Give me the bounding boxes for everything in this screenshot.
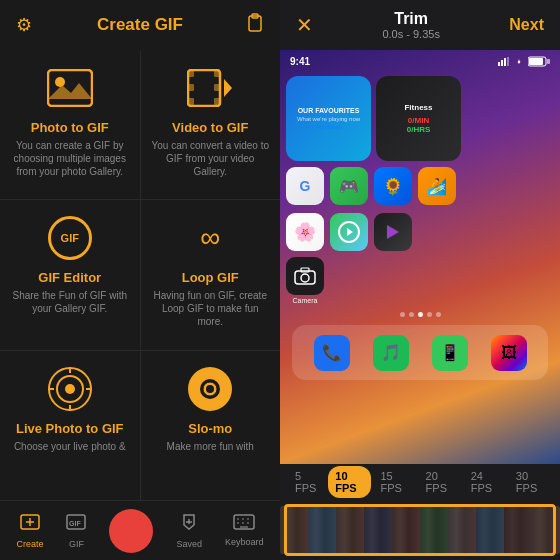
dot-2 xyxy=(409,312,414,317)
svg-rect-2 xyxy=(48,70,92,106)
right-header: ✕ Trim 0.0s - 9.35s Next xyxy=(280,0,560,50)
loop-gif-icon: ∞ xyxy=(186,214,234,262)
photo-to-gif-icon xyxy=(46,64,94,112)
photo-to-gif-desc: You can create a GIF by choosing multipl… xyxy=(10,139,130,178)
live-photo-icon xyxy=(46,365,94,413)
video-to-gif-desc: You can convert a video to GIF from your… xyxy=(151,139,271,178)
live-photo-title: Live Photo to GIF xyxy=(16,421,124,436)
loop-gif-desc: Having fun on GIF, create Loop GIF to ma… xyxy=(151,289,271,328)
app-row-3: 🌸 xyxy=(286,211,554,253)
status-icons xyxy=(498,56,550,67)
fps-selector: 5 FPS 10 FPS 15 FPS 20 FPS 24 FPS 30 FPS xyxy=(280,464,560,500)
gif-editor-item[interactable]: GIF GIF Editor Share the Fun of GIF with… xyxy=(0,200,140,349)
svg-rect-10 xyxy=(214,84,220,91)
slo-mo-title: Slo-mo xyxy=(188,421,232,436)
slo-mo-desc: Make more fun with xyxy=(167,440,254,453)
gif-label: GIF xyxy=(69,539,84,549)
gif-editor-title: GIF Editor xyxy=(38,270,101,285)
svg-rect-39 xyxy=(501,60,503,66)
trim-subtitle: 0.0s - 9.35s xyxy=(382,28,439,40)
svg-rect-7 xyxy=(188,84,194,91)
imovie-icon xyxy=(374,213,412,251)
nav-gif[interactable]: GIF GIF xyxy=(66,512,86,549)
video-to-gif-title: Video to GIF xyxy=(172,120,248,135)
phone-preview: 9:41 OUR FAVOURITES What we're playing n… xyxy=(280,50,560,464)
nav-keyboard[interactable]: Keyboard xyxy=(225,514,264,547)
svg-rect-6 xyxy=(188,70,194,77)
camera-app: Camera xyxy=(286,257,324,304)
pvz-icon: 🌻 xyxy=(374,167,412,205)
create-label: Create xyxy=(16,539,43,549)
next-button[interactable]: Next xyxy=(509,16,544,34)
svg-text:GIF: GIF xyxy=(69,520,81,527)
svg-rect-38 xyxy=(498,62,500,66)
ios-status-bar: 9:41 xyxy=(280,50,560,72)
dock-icon-1: 📞 xyxy=(314,335,350,371)
svg-point-15 xyxy=(65,384,75,394)
keyboard-label: Keyboard xyxy=(225,537,264,547)
svg-rect-8 xyxy=(188,98,194,105)
nav-create[interactable]: Create xyxy=(16,512,43,549)
gif-editor-desc: Share the Fun of GIF with your Gallery G… xyxy=(10,289,130,315)
left-panel: ⚙ Create GIF Photo to GIF You can create… xyxy=(0,0,280,560)
svg-marker-48 xyxy=(387,225,399,239)
feature-grid: Photo to GIF You can create a GIF by cho… xyxy=(0,50,280,500)
svg-rect-45 xyxy=(547,59,550,64)
gif-nav-icon: GIF xyxy=(66,512,86,537)
svg-rect-44 xyxy=(529,58,543,65)
svg-rect-11 xyxy=(214,98,220,105)
fps-24[interactable]: 24 FPS xyxy=(464,466,507,498)
bottom-nav: Create GIF GIF Saved xyxy=(0,500,280,560)
svg-rect-9 xyxy=(214,70,220,77)
svg-rect-40 xyxy=(504,58,506,66)
fps-10[interactable]: 10 FPS xyxy=(328,466,371,498)
slo-mo-icon xyxy=(186,365,234,413)
fps-5[interactable]: 5 FPS xyxy=(288,466,326,498)
loop-gif-item[interactable]: ∞ Loop GIF Having fun on GIF, create Loo… xyxy=(141,200,281,349)
loop-gif-title: Loop GIF xyxy=(182,270,239,285)
subway-surf-icon: 🏄 xyxy=(418,167,456,205)
trim-title: Trim xyxy=(382,10,439,28)
status-time: 9:41 xyxy=(290,56,310,67)
saved-icon xyxy=(179,512,199,537)
live-photo-item[interactable]: Live Photo to GIF Choose your live photo… xyxy=(0,351,140,500)
timeline[interactable] xyxy=(280,500,560,560)
svg-point-50 xyxy=(301,274,309,282)
video-to-gif-item[interactable]: Video to GIF You can convert a video to … xyxy=(141,50,281,199)
dot-3 xyxy=(418,312,423,317)
fps-30[interactable]: 30 FPS xyxy=(509,466,552,498)
nav-saved[interactable]: Saved xyxy=(176,512,202,549)
left-header: ⚙ Create GIF xyxy=(0,0,280,50)
photo-to-gif-item[interactable]: Photo to GIF You can create a GIF by cho… xyxy=(0,50,140,199)
dot-4 xyxy=(427,312,432,317)
dock-icon-3: 📱 xyxy=(432,335,468,371)
saved-label: Saved xyxy=(176,539,202,549)
svg-point-3 xyxy=(55,77,65,87)
svg-marker-47 xyxy=(347,228,353,236)
fps-20[interactable]: 20 FPS xyxy=(419,466,462,498)
video-to-gif-icon xyxy=(186,64,234,112)
create-gif-title: Create GIF xyxy=(97,15,183,35)
right-panel: ✕ Trim 0.0s - 9.35s Next 9:41 xyxy=(280,0,560,560)
ios-dock: 📞 🎵 📱 🖼 xyxy=(292,325,548,380)
dot-5 xyxy=(436,312,441,317)
svg-rect-41 xyxy=(507,57,509,66)
dock-icon-4: 🖼 xyxy=(491,335,527,371)
photo-app-icon xyxy=(330,213,368,251)
slo-mo-item[interactable]: Slo-mo Make more fun with xyxy=(141,351,281,500)
gear-icon[interactable]: ⚙ xyxy=(16,14,32,36)
clipboard-icon[interactable] xyxy=(246,13,264,38)
create-icon xyxy=(20,512,40,537)
fitness-widget: Fitness 0/MIN 0/HRS xyxy=(376,76,461,161)
svg-point-22 xyxy=(206,385,214,393)
dock-icon-2: 🎵 xyxy=(373,335,409,371)
trim-header-center: Trim 0.0s - 9.35s xyxy=(382,10,439,40)
record-button[interactable] xyxy=(109,509,153,553)
appstore-widget: OUR FAVOURITES What we're playing now Ap… xyxy=(286,76,371,161)
fps-15[interactable]: 15 FPS xyxy=(373,466,416,498)
close-icon[interactable]: ✕ xyxy=(296,13,313,37)
svg-marker-12 xyxy=(224,79,232,97)
widget-row-1: OUR FAVOURITES What we're playing now Ap… xyxy=(286,76,554,161)
page-dots xyxy=(286,308,554,321)
battlegrounds-icon: 🎮 xyxy=(330,167,368,205)
